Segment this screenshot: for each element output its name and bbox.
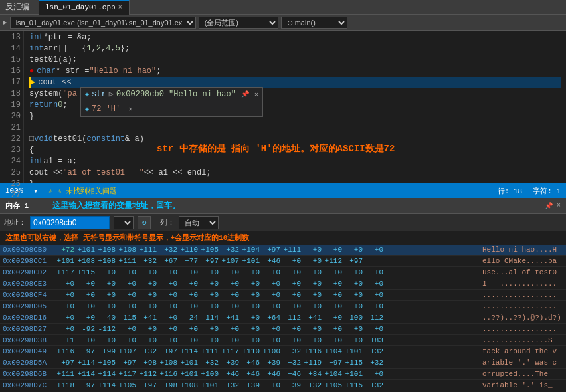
- mem-ascii-2: use...al of test0: [477, 268, 563, 276]
- mem-bytes-1: +101+108+108+111+32+67+77+97+107+101+46+…: [56, 257, 477, 265]
- memory-row-2[interactable]: 0x00298CD2 +117+115+0+0+0+0+0+0+0+0+0+0+…: [0, 267, 566, 278]
- tab-cpp-label: lsn_01_day01.cpp: [45, 3, 116, 11]
- memory-row-4[interactable]: 0x00298CF4 +0+0+0+0+0+0+0+0+0+0+0+0+0+0+…: [0, 290, 566, 301]
- mem-addr-9: 0x00298D49: [3, 347, 56, 355]
- memory-row-3[interactable]: 0x00298CE3 +0+0+0+0+0+0+0+0+0+0+0+0+0+0+…: [0, 278, 566, 290]
- refresh-button[interactable]: ↻: [138, 216, 151, 229]
- memory-row-10[interactable]: 0x00298D5A +97+114+105+97+98+108+101+32+…: [0, 357, 566, 369]
- tooltip-close-2[interactable]: ✕: [128, 104, 132, 115]
- mem-ascii-11: orrupted....The: [477, 370, 563, 378]
- warning-text: ⚠ 未找到相关问题: [57, 187, 117, 195]
- title-label: 反汇编: [5, 1, 29, 13]
- memory-row-5[interactable]: 0x00298D05 +0+0+0+0+0+0+0+0+0+0+0+0+0+0+…: [0, 301, 566, 312]
- mem-bytes-4: +0+0+0+0+0+0+0+0+0+0+0+0+0+0+0+0: [56, 291, 477, 299]
- warning-icon: ⚠: [48, 187, 53, 195]
- mem-ascii-8: ...............S: [477, 336, 563, 344]
- mem-ascii-10: ariable '.' was c: [477, 359, 563, 367]
- tooltip-arrow: ▷: [109, 89, 114, 100]
- tooltip-icon-1: ◈: [85, 89, 89, 100]
- tab-cpp[interactable]: lsn_01_day01.cpp ×: [39, 0, 130, 15]
- tab-close-icon[interactable]: ×: [118, 4, 122, 11]
- code-line-21: [29, 122, 561, 134]
- tooltip-pin[interactable]: 📌: [241, 89, 249, 100]
- code-content[interactable]: int *ptr = &a; int arr[] = {1, 2, 4, 5};…: [24, 31, 566, 183]
- mem-bytes-7: +0-92-112+0+0+0+0+0+0+0+0+0+0+0+0+0: [56, 325, 477, 333]
- col-combo[interactable]: 自动: [179, 216, 219, 229]
- mem-ascii-6: ..??)..??).@?).d?): [477, 314, 563, 322]
- mem-bytes-5: +0+0+0+0+0+0+0+0+0+0+0+0+0+0+0+0: [56, 302, 477, 310]
- mem-ascii-4: .................: [477, 291, 563, 299]
- panel-title-bar: 内存 1 这里输入想查看的变量地址，回车。 📌 ×: [0, 198, 566, 214]
- tooltip-icon-2: ◈: [85, 104, 89, 115]
- mem-addr-0: 0x00298CB0: [3, 246, 56, 254]
- tooltip-val: 72 'H': [92, 104, 120, 115]
- editor-area: 1314151617 1819202122 2324252627 int *pt…: [0, 31, 566, 183]
- scope-combo[interactable]: (全局范围): [199, 17, 278, 29]
- status-bar: 100% ▾ ⚠ ⚠ 未找到相关问题 行: 18 字符: 1: [0, 183, 566, 198]
- memory-row-12[interactable]: 0x00298D7C +118+97+114+105+97+98+108+101…: [0, 380, 566, 391]
- memory-row-1[interactable]: 0x00298CC1 +101+108+108+111+32+67+77+97+…: [0, 256, 566, 267]
- mem-ascii-5: .................: [477, 302, 563, 310]
- code-line-25: cout << "a1 of test01 = " << a1 << endl;: [29, 167, 561, 179]
- address-history-combo[interactable]: [114, 216, 134, 229]
- line-numbers: 1314151617 1819202122 2324252627: [0, 31, 24, 183]
- tooltip-close-1[interactable]: ✕: [254, 89, 258, 100]
- mem-bytes-6: +0+0-40-115+41+0-24-114+41+0+64-112+41+0…: [56, 314, 477, 322]
- panel-pin[interactable]: 📌: [545, 202, 553, 210]
- mem-bytes-9: +116+97+99+107+32+97+114+111+117+110+100…: [56, 347, 477, 355]
- memory-row-0[interactable]: 0x00298CB0 +72+101+108+108+111+32+110+10…: [0, 245, 566, 256]
- memory-panel: 内存 1 这里输入想查看的变量地址，回车。 📌 × 地址： ↻ 列： 自动 这里…: [0, 198, 566, 392]
- status-right: 行: 18 字符: 1: [498, 186, 561, 196]
- mem-bytes-8: +1+0+0+0+0+0+0+0+0+0+0+0+0+0+0+83: [56, 336, 477, 344]
- mem-addr-6: 0x00298D16: [3, 314, 56, 322]
- line-info: 行: 18: [498, 186, 522, 196]
- title-bar: 反汇编 lsn_01_day01.cpp ×: [0, 0, 566, 15]
- address-bar: 地址： ↻ 列： 自动: [0, 214, 566, 231]
- memory-row-11[interactable]: 0x00298D6B +111+114+114+117+112+116+101+…: [0, 369, 566, 380]
- col-label: 列：: [160, 217, 175, 227]
- mem-addr-10: 0x00298D5A: [3, 359, 56, 367]
- mem-addr-4: 0x00298CF4: [3, 291, 56, 299]
- memory-table[interactable]: 0x00298CB0 +72+101+108+108+111+32+110+10…: [0, 245, 566, 392]
- toolbar: ▶ lsn_01_day01.exe (lsn_01_day01\lsn_01_…: [0, 15, 566, 31]
- status-warning: ⚠ ⚠ 未找到相关问题: [48, 186, 117, 196]
- memory-row-8[interactable]: 0x00298D38 +1+0+0+0+0+0+0+0+0+0+0+0+0+0+…: [0, 335, 566, 346]
- code-annotation: str 中存储的是 指向 'H'的地址。对应的ASCII数是72: [157, 144, 395, 155]
- tooltip-key: str: [92, 89, 106, 100]
- tooltip-row-2: ◈ 72 'H' ✕: [81, 102, 262, 116]
- code-line-14: int arr[] = {1, 2, 4, 5};: [29, 43, 561, 54]
- memory-row-7[interactable]: 0x00298D27 +0-92-112+0+0+0+0+0+0+0+0+0+0…: [0, 324, 566, 335]
- mem-ascii-3: 1 = .............: [477, 280, 563, 288]
- code-line-16: ● char* str = "Hello ni hao";: [29, 66, 561, 77]
- code-line-24: int a1 = a;: [29, 156, 561, 167]
- mem-bytes-3: +0+0+0+0+0+0+0+0+0+0+0+0+0+0+0+0: [56, 280, 477, 288]
- char-info: 字符: 1: [533, 186, 561, 196]
- code-line-15: test01(a);: [29, 54, 561, 66]
- mem-ascii-7: .................: [477, 325, 563, 333]
- exe-combo[interactable]: lsn_01_day01.exe (lsn_01_day01\lsn_01_da…: [10, 17, 196, 29]
- tooltip-addr: 0x00298cb0 "Hello ni hao": [116, 89, 236, 100]
- code-line-26: }: [29, 179, 561, 183]
- mem-addr-7: 0x00298D27: [3, 325, 56, 333]
- memory-row-9[interactable]: 0x00298D49 +116+97+99+107+32+97+114+111+…: [0, 346, 566, 357]
- address-input[interactable]: [30, 216, 110, 229]
- mem-addr-2: 0x00298CD2: [3, 268, 56, 276]
- mem-bytes-2: +117+115+0+0+0+0+0+0+0+0+0+0+0+0+0+0: [56, 268, 477, 276]
- mem-addr-8: 0x00298D38: [3, 336, 56, 344]
- mem-bytes-0: +72+101+108+108+111+32+110+105+32+104+97…: [56, 246, 477, 254]
- panel-close[interactable]: ×: [557, 202, 561, 209]
- mem-ascii-12: variable '.' is_: [477, 381, 563, 389]
- mem-bytes-11: +111+114+114+117+112+116+101+100+46+46+4…: [56, 370, 477, 378]
- mem-addr-3: 0x00298CE3: [3, 280, 56, 288]
- address-label: 地址：: [4, 217, 26, 227]
- mem-ascii-1: ello CMake.....pa: [477, 257, 563, 265]
- mem-ascii-9: tack around the v: [477, 347, 563, 355]
- mem-addr-5: 0x00298D05: [3, 302, 56, 310]
- zoom-dropdown-icon[interactable]: ▾: [33, 187, 38, 195]
- mem-addr-1: 0x00298CC1: [3, 257, 56, 265]
- mem-addr-12: 0x00298D7C: [3, 381, 56, 389]
- panel-title: 内存 1: [5, 201, 29, 211]
- mem-bytes-12: +118+97+114+105+97+98+108+101+32+39+0+39…: [56, 381, 477, 389]
- func-combo[interactable]: ⊙ main(): [281, 17, 347, 29]
- memory-row-6[interactable]: 0x00298D16 +0+0-40-115+41+0-24-114+41+0+…: [0, 312, 566, 324]
